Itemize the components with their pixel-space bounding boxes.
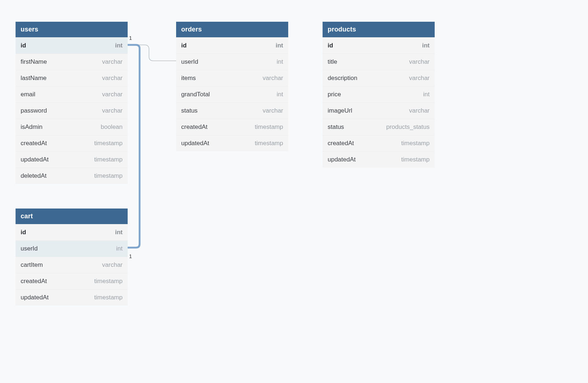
column-name: firstName <box>21 58 47 66</box>
entity-users[interactable]: users id int firstName varchar lastName … <box>16 22 128 184</box>
entity-orders-header[interactable]: orders <box>176 22 288 37</box>
entity-users-col-password[interactable]: password varchar <box>16 102 128 119</box>
column-name: lastName <box>21 75 47 82</box>
column-type: timestamp <box>255 123 283 131</box>
column-name: updatedAt <box>21 156 49 163</box>
column-type: varchar <box>409 107 430 114</box>
column-type: int <box>116 245 123 252</box>
column-type: boolean <box>101 123 123 131</box>
column-type: int <box>423 91 430 98</box>
entity-users-col-lastName[interactable]: lastName varchar <box>16 70 128 86</box>
entity-orders-col-createdAt[interactable]: createdAt timestamp <box>176 119 288 135</box>
column-type: int <box>276 42 283 49</box>
entity-cart-col-createdAt[interactable]: createdAt timestamp <box>16 273 128 289</box>
entity-users-col-email[interactable]: email varchar <box>16 86 128 102</box>
entity-orders-col-updatedAt[interactable]: updatedAt timestamp <box>176 135 288 151</box>
entity-users-col-updatedAt[interactable]: updatedAt timestamp <box>16 151 128 168</box>
column-type: varchar <box>409 75 430 82</box>
entity-products-col-updatedAt[interactable]: updatedAt timestamp <box>323 151 435 168</box>
column-type: varchar <box>102 107 123 114</box>
column-name: items <box>181 75 196 82</box>
column-name: deletedAt <box>21 172 47 180</box>
column-name: password <box>21 107 47 114</box>
column-type: varchar <box>263 75 283 82</box>
column-name: createdAt <box>328 140 354 147</box>
entity-products-col-imageUrl[interactable]: imageUrl varchar <box>323 102 435 119</box>
entity-cart-col-updatedAt[interactable]: updatedAt timestamp <box>16 289 128 306</box>
column-name: cartItem <box>21 261 43 269</box>
column-type: int <box>115 229 123 236</box>
column-type: timestamp <box>94 156 123 163</box>
column-name: email <box>21 91 35 98</box>
entity-products-col-status[interactable]: status products_status <box>323 119 435 135</box>
entity-cart-header[interactable]: cart <box>16 209 128 224</box>
entity-orders-col-userId[interactable]: userId int <box>176 54 288 70</box>
column-type: timestamp <box>94 140 123 147</box>
entity-users-col-firstName[interactable]: firstName varchar <box>16 54 128 70</box>
column-type: timestamp <box>401 156 430 163</box>
column-name: status <box>328 123 344 131</box>
column-name: id <box>21 229 26 236</box>
erd-canvas[interactable]: users id int firstName varchar lastName … <box>0 0 588 383</box>
column-type: timestamp <box>94 278 123 285</box>
column-type: int <box>422 42 430 49</box>
entity-products-col-id[interactable]: id int <box>323 37 435 54</box>
entity-cart-col-cartItem[interactable]: cartItem varchar <box>16 257 128 273</box>
column-name: updatedAt <box>181 140 209 147</box>
cardinality-cart-userId: 1 <box>129 253 132 259</box>
entity-users-col-id[interactable]: id int <box>16 37 128 54</box>
column-name: id <box>21 42 26 49</box>
cardinality-users-id: 1 <box>129 35 132 41</box>
entity-users-col-deletedAt[interactable]: deletedAt timestamp <box>16 168 128 184</box>
column-name: userId <box>181 58 198 66</box>
entity-products-col-description[interactable]: description varchar <box>323 70 435 86</box>
column-type: varchar <box>263 107 283 114</box>
entity-products-col-price[interactable]: price int <box>323 86 435 102</box>
column-name: description <box>328 75 357 82</box>
column-name: createdAt <box>181 123 208 131</box>
entity-products[interactable]: products id int title varchar descriptio… <box>323 22 435 168</box>
entity-users-col-createdAt[interactable]: createdAt timestamp <box>16 135 128 151</box>
column-type: varchar <box>102 75 123 82</box>
column-name: createdAt <box>21 140 47 147</box>
column-name: title <box>328 58 337 66</box>
column-type: products_status <box>386 123 430 131</box>
entity-orders-col-id[interactable]: id int <box>176 37 288 54</box>
column-type: varchar <box>102 261 123 269</box>
column-type: int <box>115 42 123 49</box>
entity-orders[interactable]: orders id int userId int items varchar g… <box>176 22 288 151</box>
column-name: price <box>328 91 341 98</box>
entity-orders-col-items[interactable]: items varchar <box>176 70 288 86</box>
column-type: varchar <box>409 58 430 66</box>
column-name: updatedAt <box>328 156 356 163</box>
column-type: timestamp <box>94 172 123 180</box>
column-type: int <box>277 58 283 66</box>
column-type: timestamp <box>401 140 430 147</box>
column-type: timestamp <box>94 294 123 301</box>
column-name: id <box>328 42 333 49</box>
column-type: timestamp <box>255 140 283 147</box>
entity-cart-col-id[interactable]: id int <box>16 224 128 240</box>
entity-users-col-isAdmin[interactable]: isAdmin boolean <box>16 119 128 135</box>
column-name: imageUrl <box>328 107 352 114</box>
entity-orders-col-grandTotal[interactable]: grandTotal int <box>176 86 288 102</box>
column-type: int <box>277 91 283 98</box>
entity-users-header[interactable]: users <box>16 22 128 37</box>
column-type: varchar <box>102 91 123 98</box>
column-name: id <box>181 42 187 49</box>
column-type: varchar <box>102 58 123 66</box>
entity-cart-col-userId[interactable]: userId int <box>16 240 128 257</box>
column-name: grandTotal <box>181 91 210 98</box>
column-name: userId <box>21 245 38 252</box>
column-name: status <box>181 107 197 114</box>
entity-products-header[interactable]: products <box>323 22 435 37</box>
entity-products-col-createdAt[interactable]: createdAt timestamp <box>323 135 435 151</box>
entity-products-col-title[interactable]: title varchar <box>323 54 435 70</box>
entity-orders-col-status[interactable]: status varchar <box>176 102 288 119</box>
column-name: isAdmin <box>21 123 42 131</box>
column-name: createdAt <box>21 278 47 285</box>
column-name: updatedAt <box>21 294 49 301</box>
entity-cart[interactable]: cart id int userId int cartItem varchar … <box>16 209 128 306</box>
